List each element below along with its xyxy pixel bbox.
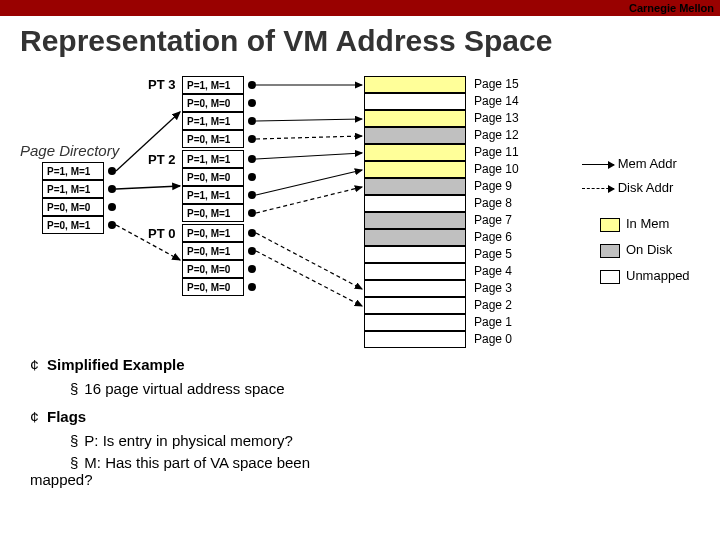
page-box — [364, 212, 466, 229]
dot — [248, 135, 256, 143]
dot — [108, 203, 116, 211]
page-label: Page 1 — [474, 315, 512, 329]
page-label: Page 12 — [474, 128, 519, 142]
legend-disk-addr: Disk Addr — [582, 180, 673, 195]
page-label: Page 8 — [474, 196, 512, 210]
pd-entry: P=0, M=1 — [42, 216, 104, 234]
svg-line-4 — [256, 119, 362, 121]
page-label: Page 9 — [474, 179, 512, 193]
pt-entry: P=0, M=1 — [182, 242, 244, 260]
legend-unmapped-label: Unmapped — [626, 268, 690, 283]
pt3-label: PT 3 — [148, 77, 175, 92]
page-label: Page 7 — [474, 213, 512, 227]
notes-simplified: ¢Simplified Example — [30, 356, 185, 375]
page-box — [364, 144, 466, 161]
page-label: Page 6 — [474, 230, 512, 244]
dot — [108, 221, 116, 229]
page-box — [364, 76, 466, 93]
pt-entry: P=1, M=1 — [182, 150, 244, 168]
notes-b2-row: §P: Is entry in physical memory? — [30, 432, 293, 449]
pd-entry: P=0, M=0 — [42, 198, 104, 216]
legend-on-disk: On Disk — [600, 242, 672, 258]
slide-title: Representation of VM Address Space — [20, 24, 552, 58]
legend-unmapped: Unmapped — [600, 268, 690, 284]
notes-b2: P: Is entry in physical memory? — [84, 432, 292, 449]
page-label: Page 10 — [474, 162, 519, 176]
pt-entry: P=1, M=1 — [182, 112, 244, 130]
page-label: Page 2 — [474, 298, 512, 312]
swatch-white — [600, 270, 620, 284]
swatch-yellow — [600, 218, 620, 232]
header-bar — [0, 0, 720, 16]
dot — [108, 185, 116, 193]
dot — [248, 191, 256, 199]
page-label: Page 14 — [474, 94, 519, 108]
pt-entry: P=0, M=1 — [182, 224, 244, 242]
dot — [248, 229, 256, 237]
dot — [248, 155, 256, 163]
dot — [248, 173, 256, 181]
pt0-label: PT 0 — [148, 226, 175, 241]
svg-line-10 — [256, 251, 362, 306]
page-label: Page 4 — [474, 264, 512, 278]
notes-h1: Simplified Example — [47, 356, 185, 373]
notes-flags: ¢Flags — [30, 408, 86, 427]
page-box — [364, 314, 466, 331]
legend-in-mem-label: In Mem — [626, 216, 669, 231]
brand-label: Carnegie Mellon — [629, 0, 714, 16]
pt-entry: P=0, M=1 — [182, 204, 244, 222]
svg-line-1 — [116, 186, 180, 189]
dot — [248, 99, 256, 107]
page-box — [364, 280, 466, 297]
notes-b1: 16 page virtual address space — [84, 380, 284, 397]
pd-entry: P=1, M=1 — [42, 162, 104, 180]
swatch-gray — [600, 244, 620, 258]
svg-line-9 — [256, 233, 362, 289]
legend-in-mem: In Mem — [600, 216, 669, 232]
page-label: Page 0 — [474, 332, 512, 346]
legend-disk-addr-label: Disk Addr — [618, 180, 674, 195]
notes-b1-row: §16 page virtual address space — [30, 380, 284, 397]
svg-line-6 — [256, 153, 362, 159]
page-box — [364, 161, 466, 178]
pt-entry: P=0, M=1 — [182, 130, 244, 148]
page-box — [364, 93, 466, 110]
dot — [248, 265, 256, 273]
page-label: Page 15 — [474, 77, 519, 91]
pt-entry: P=1, M=1 — [182, 186, 244, 204]
dot — [248, 209, 256, 217]
page-box — [364, 110, 466, 127]
page-label: Page 13 — [474, 111, 519, 125]
svg-line-5 — [256, 136, 362, 139]
svg-line-7 — [256, 170, 362, 195]
pt-entry: P=0, M=0 — [182, 278, 244, 296]
page-box — [364, 331, 466, 348]
dot — [248, 117, 256, 125]
page-box — [364, 195, 466, 212]
dot — [248, 247, 256, 255]
page-box — [364, 297, 466, 314]
page-directory-label: Page Directory — [20, 142, 119, 159]
pt-entry: P=1, M=1 — [182, 76, 244, 94]
legend-on-disk-label: On Disk — [626, 242, 672, 257]
dot — [108, 167, 116, 175]
page-box — [364, 246, 466, 263]
svg-line-8 — [256, 187, 362, 213]
pt-entry: P=0, M=0 — [182, 168, 244, 186]
page-box — [364, 263, 466, 280]
page-box — [364, 127, 466, 144]
notes-h2: Flags — [47, 408, 86, 425]
page-label: Page 11 — [474, 145, 519, 159]
notes-b3-row: §M: Has this part of VA space been mappe… — [30, 454, 350, 488]
dot — [248, 283, 256, 291]
pt-entry: P=0, M=0 — [182, 94, 244, 112]
pt2-label: PT 2 — [148, 152, 175, 167]
page-box — [364, 229, 466, 246]
diagram-area: Page Directory P=1, M=1 P=1, M=1 P=0, M=… — [0, 76, 720, 540]
pt-entry: P=0, M=0 — [182, 260, 244, 278]
legend-mem-addr: Mem Addr — [582, 156, 677, 171]
page-label: Page 3 — [474, 281, 512, 295]
legend-mem-addr-label: Mem Addr — [618, 156, 677, 171]
dot — [248, 81, 256, 89]
pd-entry: P=1, M=1 — [42, 180, 104, 198]
